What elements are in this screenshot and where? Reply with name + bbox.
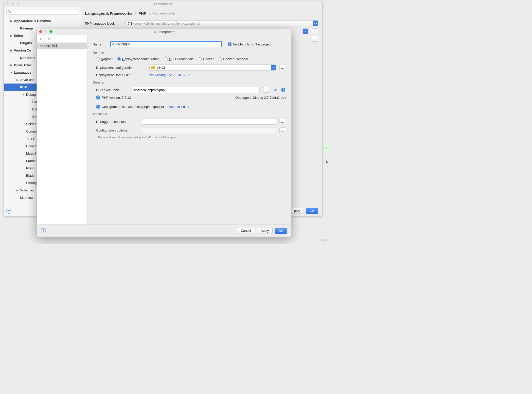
cli-title: CLI Interpreters [152,30,175,34]
tree-item-label: Smarty [26,181,37,185]
prefs-ok-button[interactable]: OK [306,208,318,214]
radio-docker[interactable]: Docker [198,57,214,61]
radio-vagrant[interactable]: Vagrant [96,57,113,61]
tree-item-label: Test F [26,137,35,141]
tree-item-label: Markdow [20,196,33,200]
radio-docker-compose[interactable]: Docker Compose [218,57,249,61]
general-section-title: General [93,80,286,84]
preferences-titlebar: Preferences [4,1,322,7]
tree-item-label: Frame [26,159,36,163]
php-exec-label: PHP executable: [96,88,129,92]
cancel-button[interactable]: Cancel [237,228,255,234]
preferences-title: Preferences [154,2,172,6]
chevron-down-icon: ▼▲ [313,21,318,26]
copy-button[interactable]: ⎘ [48,37,50,41]
debugger-text: Debugger: Xdebug 2.7.0beta2-dev [236,96,286,100]
tree-arrow-icon: ▼ [16,86,20,89]
help-button[interactable]: ? [6,209,11,214]
ok-button[interactable]: OK [275,228,287,234]
debugger-ext-input[interactable] [142,119,276,125]
tree-item-label: Server [26,122,36,126]
config-opts-browse[interactable]: … [279,127,286,133]
scope-icon [149,12,151,15]
minimize-icon [44,30,47,33]
breadcrumb-root[interactable]: Languages & Frameworks [85,11,132,15]
interpreter-list-panel: + − ⎘ c7-02的脚本 [37,35,87,224]
sidebar-item-appearance-behavior[interactable]: ▶Appearance & Behavior [4,17,81,25]
tree-item-label: Compo [26,129,37,133]
add-button[interactable]: + [39,37,41,41]
tree-arrow-icon: ▼ [10,71,14,74]
bg-badge: 2 [324,145,329,152]
tree-arrow-icon: ▶ [10,49,14,52]
scope-label: For current project [149,12,176,15]
tree-item-label: Plugins [20,41,32,45]
interpreter-details: Name: ✓ Visible only for this project Re… [87,35,291,224]
php-exec-browse[interactable]: … [263,87,270,93]
php-exec-input[interactable] [132,87,260,93]
remote-section-title: Remote [93,51,286,55]
breadcrumb-sep: › [135,11,136,15]
radio-ssh[interactable]: SSH Credentials [164,57,193,61]
tree-arrow-icon: ▶ [10,64,14,67]
tree-item-label: Mess I [26,152,36,155]
tree-item-label: Build, Exec [14,63,32,67]
tree-item-label: Languages [14,71,31,74]
additional-section-title: Additional [93,112,286,116]
close-icon[interactable] [39,30,42,33]
tree-arrow-icon: ▶ [10,34,14,37]
deploy-host-url[interactable]: ssh://root@172.20.10.12:22 [149,73,190,77]
name-input[interactable] [110,41,222,47]
chevron-down-icon: ⇅ [271,65,276,70]
tree-item-label: JavaScrip [20,78,34,82]
watermark: 亿速云 [318,238,328,242]
tree-arrow-icon: ▶ [16,78,20,81]
config-opts-label: Configuration options: [96,128,139,132]
visible-only-checkbox[interactable]: ✓ Visible only for this project [228,42,271,46]
include-path-browse[interactable]: … [312,36,318,42]
cli-titlebar: CLI Interpreters [37,29,291,35]
config-file-text: Configuration file: /usr/local/php/etc/p… [102,105,164,109]
close-icon[interactable] [6,2,9,5]
deploy-host-label: Deployment Host URL: [96,73,147,77]
interpreter-list-item[interactable]: c7-02的脚本 [37,43,87,49]
sftp-icon: sftp [151,66,155,69]
apply-button[interactable]: Apply [257,228,273,234]
search-input[interactable] [6,9,78,15]
prefs-apply-button[interactable]: pply [290,208,304,214]
reload-icon[interactable]: ⟳ [272,87,278,93]
lang-level-hint: (const visibility, nullables, multiple e… [133,22,200,25]
php-version-text: PHP version: 7.2.12 [102,96,131,100]
zoom-icon[interactable] [49,30,52,33]
cli-interpreter-browse[interactable]: … [312,28,318,34]
open-in-editor-link[interactable]: Open in Editor [168,105,189,109]
remove-button[interactable]: − [44,37,46,41]
info-icon: i [96,105,100,109]
tree-arrow-icon: ▼ [23,93,26,96]
minimize-icon[interactable] [11,2,14,5]
zoom-icon[interactable] [16,2,20,5]
lang-level-select[interactable]: 7.1 (const visibility, nullables, multip… [126,20,318,26]
deploy-config-browse[interactable]: … [279,65,286,70]
tree-item-label: Editor [14,34,24,38]
tree-item-label: Keymap [20,26,33,30]
tree-item-label: PHP [20,85,27,89]
tree-item-label: Blade [26,174,34,177]
breadcrumb: Languages & Frameworks › PHP For current… [85,10,318,17]
tree-item-label: Version Co [14,48,31,52]
bg-fraction: 1/ [324,158,329,165]
cli-interpreter-picker[interactable]: ▼ [303,28,308,34]
remote-type-radios: Vagrant Deployment configuration SSH Cre… [96,57,286,61]
name-label: Name: [93,42,108,46]
cli-interpreters-dialog: CLI Interpreters + − ⎘ c7-02的脚本 Name: ✓ … [37,29,291,237]
tree-arrow-icon: ▶ [10,20,14,22]
help-button[interactable]: ? [41,228,46,233]
radio-deployment[interactable]: Deployment configuration [117,57,159,61]
config-opts-input[interactable] [142,127,276,133]
deploy-config-select[interactable]: sftp c7-02 ⇅ [149,64,276,71]
debugger-ext-browse[interactable]: … [279,119,286,124]
search-icon: 🔍 [8,10,12,13]
tree-arrow-icon: ▶ [16,189,20,192]
breadcrumb-leaf: PHP [138,11,146,15]
info-icon[interactable]: i [280,87,286,93]
